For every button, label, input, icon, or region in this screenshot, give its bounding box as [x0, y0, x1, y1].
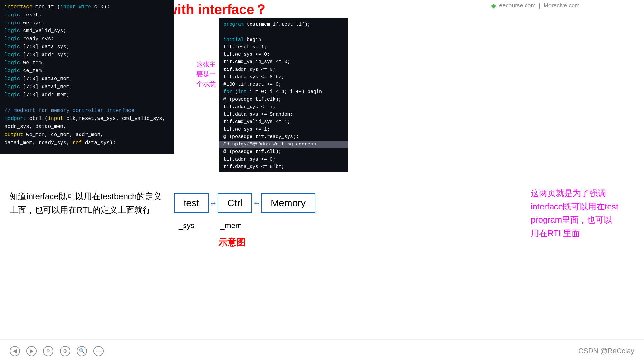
code-line: tif.cmd_valid_sys <= 0;	[223, 58, 343, 66]
search-icon[interactable]: 🔍	[77, 346, 87, 356]
diagram-box-memory: Memory	[261, 193, 315, 213]
diagram-arrow-right: ↔	[253, 199, 260, 208]
bottom-left-description: 知道interface既可以用在testbench的定义 上面，也可以用在RTL…	[10, 190, 162, 217]
right-annotation-line2: interface既可以用在test	[531, 200, 618, 214]
bottom-area: 知道interface既可以用在testbench的定义 上面，也可以用在RTL…	[0, 180, 644, 339]
code-line: logic we_sys;	[5, 19, 169, 27]
code-line: logic [7:0] data_sys;	[5, 43, 169, 51]
diagram-subtitle: 示意图	[167, 237, 296, 249]
diagram-area: test ↔ Ctrl ↔ Memory _sys _mem 示意图	[167, 183, 296, 249]
code-line: modport ctrl (input clk,reset,we_sys, cm…	[5, 115, 169, 123]
code-line: program test(mem_if.test tif);	[223, 21, 343, 28]
code-line: logic ready_sys;	[5, 35, 169, 43]
code-line	[5, 147, 169, 154]
code-line: tif.data_sys <= $random;	[223, 111, 343, 118]
code-line: output we_mem, ce_mem, addr_mem,	[5, 131, 169, 139]
zoom-out-icon[interactable]: —	[93, 346, 104, 356]
diagram-box-test: test	[174, 193, 209, 213]
code-panel-left: interface mem_if (input wire clk); logic…	[0, 0, 174, 154]
code-line: tif.addr_sys <= 0;	[223, 66, 343, 73]
right-annotation-line4: 用在RTL里面	[531, 227, 618, 240]
code-line: datai_mem, ready_sys, ref data_sys);	[5, 139, 169, 147]
diagram-boxes: test ↔ Ctrl ↔ Memory	[174, 193, 296, 213]
right-annotation-line3: program里面，也可以	[531, 213, 618, 227]
code-line: tif.we_sys <= 0;	[223, 51, 343, 58]
next-icon[interactable]: ▶	[26, 346, 37, 356]
code-line: tif.addr_sys <= 0;	[223, 156, 343, 163]
code-line: // modport for memory controller interfa…	[5, 107, 169, 115]
diagram-labels: _sys _mem	[179, 221, 296, 230]
side-annotation: 这张主 要是一 个示意	[196, 60, 216, 88]
code-line: tif.data_sys <= 8'bz;	[223, 163, 343, 171]
footer-controls[interactable]: ◀ ▶ ✎ ⊕ 🔍 —	[10, 346, 104, 356]
description-line2: 上面，也可以用在RTL的定义上面就行	[10, 203, 162, 217]
code-line: logic cmd_valid_sys;	[5, 27, 169, 35]
right-annotation-line1: 这两页就是为了强调	[531, 187, 618, 200]
code-line: @ (posedge tif.clk);	[223, 96, 343, 103]
code-line: logic reset;	[5, 11, 169, 19]
code-line	[223, 28, 343, 36]
code-line: interface mem_if (input wire clk);	[5, 3, 169, 11]
diagram-box-ctrl: Ctrl	[218, 193, 252, 213]
code-line-highlighted: $display("@%0dns Writing address	[219, 141, 348, 148]
code-line: tif.cmd_valid_sys <= 1;	[223, 118, 343, 125]
code-line: tif.addr_sys <= i;	[223, 103, 343, 111]
code-line: logic [7:0] addr_sys;	[5, 51, 169, 59]
code-line: addr_sys, datao_mem,	[5, 123, 169, 131]
code-line: @ (posedge tif.ready_sys);	[223, 133, 343, 141]
footer-brand: CSDN @ReCclay	[578, 347, 634, 355]
description-line1: 知道interface既可以用在testbench的定义	[10, 190, 162, 203]
code-line: initial begin	[223, 36, 343, 43]
label-sys: _sys	[179, 221, 194, 230]
edit-icon[interactable]: ✎	[43, 346, 53, 356]
code-line: @ (posedge tif.clk);	[223, 148, 343, 155]
code-line	[5, 99, 169, 107]
diagram-arrow-left: ↔	[209, 199, 217, 208]
add-icon[interactable]: ⊕	[60, 346, 70, 356]
right-annotation: 这两页就是为了强调 interface既可以用在test program里面，也…	[531, 187, 618, 240]
code-line: logic [7:0] addr_mem;	[5, 91, 169, 99]
code-line: #100 tif.reset <= 0;	[223, 81, 343, 88]
code-line: for (int i = 0; i < 4; i ++) begin	[223, 88, 343, 96]
code-panel-right: program test(mem_if.test tif); initial b…	[219, 18, 348, 172]
code-line: tif.we_sys <= 1;	[223, 126, 343, 133]
code-line: logic ce_mem;	[5, 67, 169, 75]
prev-icon[interactable]: ◀	[10, 346, 20, 356]
code-line: logic [7:0] datai_mem;	[5, 83, 169, 91]
code-line: logic we_mem;	[5, 59, 169, 67]
label-mem: _mem	[220, 221, 242, 230]
code-line: logic [7:0] datao_mem;	[5, 75, 169, 83]
code-line: tif.cmd_valid_sys <= 0;	[223, 171, 343, 172]
footer: ◀ ▶ ✎ ⊕ 🔍 — CSDN @ReCclay	[0, 339, 644, 362]
code-line: tif.reset <= 1;	[223, 43, 343, 51]
code-line: tif.data_sys <= 8'bz;	[223, 73, 343, 81]
